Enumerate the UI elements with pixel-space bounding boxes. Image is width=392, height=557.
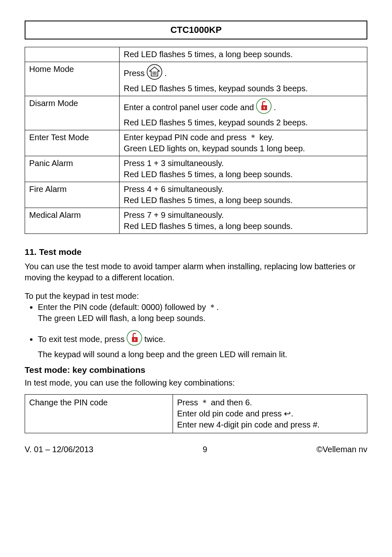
instruction-list: Enter the PIN code (default: 0000) follo… xyxy=(25,302,367,360)
mode-desc-line: Green LED lights on, keypad sounds 1 lon… xyxy=(124,143,363,154)
mode-desc-line: Red LED flashes 5 times, keypad sounds 3… xyxy=(124,83,363,94)
mode-label: Panic Alarm xyxy=(25,156,120,182)
mode-desc-line: Red LED flashes 5 times, a long beep sou… xyxy=(124,221,363,232)
combo-label: Change the PIN code xyxy=(25,395,173,433)
table-row: Red LED flashes 5 times, a long beep sou… xyxy=(25,47,367,62)
table-row: Home Mode Press . Red LED flashes 5 time… xyxy=(25,62,367,96)
mode-desc: Press . Red LED flashes 5 times, keypad … xyxy=(120,62,367,96)
section-heading: 11. Test mode xyxy=(25,246,367,258)
mode-desc: Enter keypad PIN code and press ＊ key. G… xyxy=(120,130,367,156)
list-line: The green LED will flash, a long beep so… xyxy=(38,313,367,324)
mode-label: Enter Test Mode xyxy=(25,130,120,156)
subsection-intro: In test mode, you can use the following … xyxy=(25,377,367,388)
home-icon xyxy=(146,64,163,83)
mode-desc-line: Enter keypad PIN code and press ＊ key. xyxy=(124,132,363,143)
mode-desc-line: Red LED flashes 5 times, a long beep sou… xyxy=(124,195,363,206)
mode-label: Disarm Mode xyxy=(25,96,120,130)
svg-rect-7 xyxy=(264,108,265,109)
unlock-icon xyxy=(126,330,143,349)
footer-page: 9 xyxy=(203,444,207,455)
combinations-table: Change the PIN code Press ＊ and then 6. … xyxy=(25,394,367,433)
mode-desc-line: Red LED flashes 5 times, a long beep sou… xyxy=(124,169,363,180)
mode-desc-line: Press 7 + 9 simultaneously. xyxy=(124,210,363,221)
footer-version: V. 01 – 12/06/2013 xyxy=(25,444,93,455)
page-footer: V. 01 – 12/06/2013 9 ©Velleman nv xyxy=(25,444,367,455)
list-line-prefix: To exit test mode, press xyxy=(38,334,125,345)
table-row: Disarm Mode Enter a control panel user c… xyxy=(25,96,367,130)
combo-line: Press ＊ and then 6. xyxy=(177,397,363,408)
table-row: Panic Alarm Press 1 + 3 simultaneously. … xyxy=(25,156,367,182)
list-line: The keypad will sound a long beep and th… xyxy=(38,349,367,360)
combo-desc: Press ＊ and then 6. Enter old pin code a… xyxy=(173,395,367,433)
cell-empty xyxy=(25,47,120,62)
table-row: Medical Alarm Press 7 + 9 simultaneously… xyxy=(25,208,367,233)
combo-line: Enter old pin code and press ↩. xyxy=(177,408,363,419)
mode-desc-line: Red LED flashes 5 times, keypad sounds 2… xyxy=(124,117,363,128)
mode-desc: Press 7 + 9 simultaneously. Red LED flas… xyxy=(120,208,367,233)
mode-desc: Press 4 + 6 simultaneously. Red LED flas… xyxy=(120,182,367,208)
mode-desc: Press 1 + 3 simultaneously. Red LED flas… xyxy=(120,156,367,182)
section-paragraph: You can use the test mode to avoid tampe… xyxy=(25,261,367,283)
disarm-text: Enter a control panel user code and xyxy=(124,102,254,113)
table-row: Change the PIN code Press ＊ and then 6. … xyxy=(25,395,367,433)
svg-rect-11 xyxy=(134,340,135,341)
list-item: To exit test mode, press twice. The keyp… xyxy=(38,330,367,360)
list-intro: To put the keypad in test mode: xyxy=(25,291,367,302)
list-item: Enter the PIN code (default: 0000) follo… xyxy=(38,302,367,324)
table-row: Enter Test Mode Enter keypad PIN code an… xyxy=(25,130,367,156)
mode-desc: Enter a control panel user code and . Re… xyxy=(120,96,367,130)
mode-label: Medical Alarm xyxy=(25,208,120,233)
subsection-heading: Test mode: key combinations xyxy=(25,364,367,376)
combo-line: Enter new 4-digit pin code and press #. xyxy=(177,419,363,430)
list-line-suffix: twice. xyxy=(144,334,165,345)
mode-desc-line: Press 1 + 3 simultaneously. xyxy=(124,158,363,169)
mode-desc-line: Press 4 + 6 simultaneously. xyxy=(124,184,363,195)
mode-label: Home Mode xyxy=(25,62,120,96)
cell-desc: Red LED flashes 5 times, a long beep sou… xyxy=(120,47,367,62)
disarm-suffix: . xyxy=(274,102,276,113)
modes-table: Red LED flashes 5 times, a long beep sou… xyxy=(25,47,367,234)
footer-copyright: ©Velleman nv xyxy=(316,444,367,455)
list-line: Enter the PIN code (default: 0000) follo… xyxy=(38,302,367,313)
mode-label: Fire Alarm xyxy=(25,182,120,208)
press-suffix: . xyxy=(164,68,167,79)
press-text: Press xyxy=(124,68,145,79)
table-row: Fire Alarm Press 4 + 6 simultaneously. R… xyxy=(25,182,367,208)
unlock-icon xyxy=(256,98,272,117)
document-title: CTC1000KP xyxy=(25,21,367,39)
